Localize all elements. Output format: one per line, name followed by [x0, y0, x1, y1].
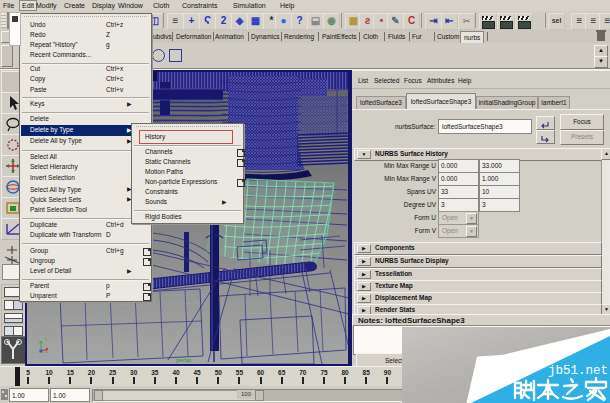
svg-text:jb51.net: jb51.net — [548, 364, 608, 378]
svg-text:persp: persp — [176, 357, 192, 363]
